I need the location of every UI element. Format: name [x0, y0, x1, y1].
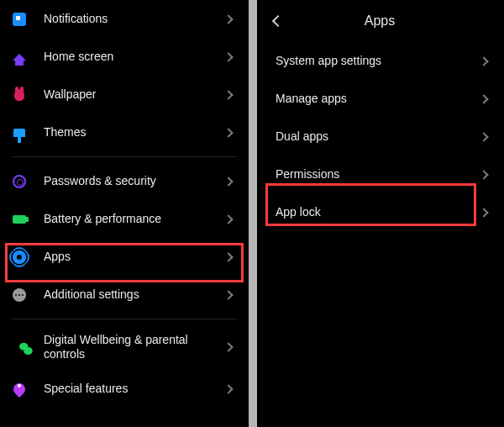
chevron-right-icon: [479, 208, 488, 217]
row-manage-apps[interactable]: Manage apps: [257, 80, 504, 118]
row-label: Additional settings: [44, 287, 225, 303]
home-icon: [10, 48, 29, 66]
row-system-app-settings[interactable]: System app settings: [257, 42, 504, 80]
chevron-right-icon: [479, 94, 488, 103]
row-label: Passwords & security: [44, 174, 225, 189]
chevron-right-icon: [223, 342, 233, 351]
wallpaper-icon: [10, 86, 29, 104]
apps-icon: [10, 248, 29, 266]
row-label: Notifications: [44, 12, 225, 27]
row-label: Digital Wellbeing & parental controls: [44, 333, 225, 362]
row-themes[interactable]: Themes: [0, 113, 249, 151]
security-icon: [10, 172, 29, 191]
row-label: Wallpaper: [44, 87, 225, 103]
row-label: Dual apps: [276, 129, 480, 145]
chevron-right-icon: [223, 177, 233, 186]
page-title: Apps: [286, 13, 474, 29]
chevron-right-icon: [223, 128, 233, 137]
additional-icon: [10, 286, 29, 304]
battery-icon: [10, 210, 29, 229]
chevron-right-icon: [223, 290, 233, 299]
notifications-icon: [10, 10, 29, 29]
row-apps[interactable]: Apps: [0, 238, 249, 276]
chevron-right-icon: [223, 52, 233, 61]
row-app-lock[interactable]: App lock: [257, 193, 504, 231]
row-label: Themes: [44, 125, 225, 140]
settings-list-panel: Notifications Home screen Wallpaper Them…: [0, 0, 249, 427]
row-label: Manage apps: [276, 92, 480, 107]
row-permissions[interactable]: Permissions: [257, 156, 504, 193]
divider: [12, 156, 237, 157]
row-battery-performance[interactable]: Battery & performance: [0, 200, 249, 238]
chevron-right-icon: [223, 14, 233, 24]
row-label: Battery & performance: [44, 212, 225, 227]
row-label: System app settings: [276, 54, 480, 69]
chevron-right-icon: [479, 170, 488, 179]
row-label: Special features: [44, 382, 225, 397]
chevron-right-icon: [479, 132, 488, 141]
row-digital-wellbeing[interactable]: Digital Wellbeing & parental controls: [0, 324, 249, 370]
chevron-right-icon: [223, 252, 233, 261]
back-icon[interactable]: [272, 15, 284, 27]
row-label: Apps: [44, 250, 225, 265]
row-passwords-security[interactable]: Passwords & security: [0, 162, 249, 200]
chevron-right-icon: [479, 56, 488, 66]
divider: [12, 319, 237, 319]
panel-gap: [249, 0, 257, 427]
special-icon: [10, 380, 29, 398]
row-wallpaper[interactable]: Wallpaper: [0, 76, 249, 113]
wellbeing-icon: [10, 338, 29, 356]
row-label: Permissions: [276, 167, 480, 182]
themes-icon: [10, 124, 29, 142]
apps-subpanel: Apps System app settings Manage apps Dua…: [257, 0, 504, 427]
row-notifications[interactable]: Notifications: [0, 0, 249, 38]
row-label: App lock: [276, 205, 480, 220]
row-special-features[interactable]: Special features: [0, 370, 249, 408]
apps-header: Apps: [257, 0, 504, 42]
chevron-right-icon: [223, 214, 233, 224]
chevron-right-icon: [223, 384, 233, 393]
chevron-right-icon: [223, 90, 233, 99]
row-home-screen[interactable]: Home screen: [0, 38, 249, 76]
row-dual-apps[interactable]: Dual apps: [257, 118, 504, 156]
row-additional-settings[interactable]: Additional settings: [0, 276, 249, 314]
row-label: Home screen: [44, 50, 225, 65]
